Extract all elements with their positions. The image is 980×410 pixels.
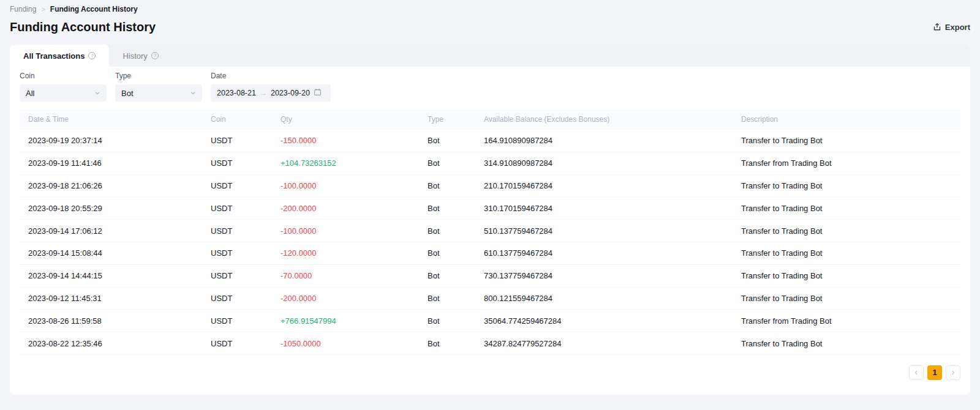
- cell-date-time: 2023-09-18 20:55:29: [28, 204, 211, 213]
- tab-bar: All Transactions History: [10, 45, 970, 67]
- cell-qty: -200.0000: [281, 294, 428, 303]
- type-select-value: Bot: [121, 89, 134, 98]
- pagination-next-button[interactable]: [946, 365, 960, 380]
- cell-date-time: 2023-09-19 20:37:14: [28, 136, 211, 145]
- breadcrumb-current: Funding Account History: [50, 5, 138, 13]
- cell-date-time: 2023-09-14 15:08:44: [28, 248, 211, 258]
- export-button[interactable]: Export: [933, 23, 970, 32]
- table-row[interactable]: 2023-09-18 20:55:29 USDT -200.0000 Bot 3…: [20, 197, 960, 220]
- table-row[interactable]: 2023-09-19 11:41:46 USDT +104.73263152 B…: [20, 152, 960, 175]
- coin-filter: Coin All: [20, 72, 107, 102]
- pagination-prev-button[interactable]: [909, 365, 924, 380]
- cell-available-balance: 34287.824779527284: [484, 339, 741, 348]
- table-row[interactable]: 2023-08-26 11:59:58 USDT +766.91547994 B…: [20, 310, 960, 332]
- cell-available-balance: 730.137759467284: [484, 271, 741, 280]
- col-header-coin: Coin: [211, 115, 281, 124]
- date-start-value: 2023-08-21: [217, 89, 256, 97]
- date-filter-label: Date: [211, 72, 331, 80]
- cell-description: Transfer to Trading Bot: [741, 248, 952, 258]
- cell-coin: USDT: [211, 316, 281, 326]
- table-row[interactable]: 2023-08-22 12:35:46 USDT -1050.0000 Bot …: [20, 332, 960, 355]
- transactions-table: Date & Time Coin Qty Type Available Bala…: [20, 109, 960, 355]
- cell-available-balance: 314.910890987284: [484, 158, 741, 168]
- cell-description: Transfer to Trading Bot: [741, 339, 952, 348]
- col-header-qty: Qty: [281, 115, 428, 124]
- arrow-right-icon: [260, 89, 267, 97]
- cell-type: Bot: [428, 158, 484, 168]
- cell-description: Transfer from Trading Bot: [741, 316, 952, 326]
- cell-type: Bot: [428, 316, 484, 326]
- cell-qty: -1050.0000: [281, 339, 428, 348]
- table-row[interactable]: 2023-09-14 14:44:15 USDT -70.0000 Bot 73…: [20, 265, 960, 288]
- cell-available-balance: 164.910890987284: [484, 136, 741, 145]
- cell-qty: -150.0000: [281, 136, 428, 145]
- cell-description: Transfer to Trading Bot: [741, 204, 952, 213]
- cell-type: Bot: [428, 248, 484, 258]
- date-range-picker[interactable]: 2023-08-21 2023-09-20: [211, 84, 331, 102]
- table-row[interactable]: 2023-09-18 21:06:26 USDT -100.0000 Bot 2…: [20, 175, 960, 198]
- cell-type: Bot: [428, 181, 484, 190]
- export-label: Export: [945, 23, 970, 32]
- cell-coin: USDT: [211, 204, 281, 213]
- table-body: 2023-09-19 20:37:14 USDT -150.0000 Bot 1…: [20, 130, 960, 355]
- cell-date-time: 2023-09-18 21:06:26: [28, 181, 211, 190]
- cell-date-time: 2023-08-22 12:35:46: [28, 339, 211, 348]
- table-header-row: Date & Time Coin Qty Type Available Bala…: [20, 109, 960, 130]
- cell-available-balance: 210.170159467284: [484, 181, 741, 190]
- pagination-current-page[interactable]: 1: [927, 365, 942, 380]
- cell-date-time: 2023-09-12 11:45:31: [28, 294, 211, 303]
- table-row[interactable]: 2023-09-14 15:08:44 USDT -120.0000 Bot 6…: [20, 242, 960, 265]
- cell-description: Transfer to Trading Bot: [741, 136, 952, 145]
- chevron-down-icon: [190, 89, 196, 98]
- cell-date-time: 2023-09-14 14:44:15: [28, 271, 211, 280]
- cell-qty: +104.73263152: [281, 158, 428, 168]
- tab-history[interactable]: History: [109, 45, 172, 67]
- cell-coin: USDT: [211, 136, 281, 145]
- chevron-down-icon: [94, 89, 100, 98]
- cell-coin: USDT: [211, 271, 281, 280]
- cell-qty: -120.0000: [281, 248, 428, 258]
- cell-date-time: 2023-09-14 17:06:12: [28, 226, 211, 236]
- page-header: Funding Account History Export: [10, 15, 970, 39]
- breadcrumb-funding-link[interactable]: Funding: [10, 5, 36, 13]
- coin-select-value: All: [26, 89, 34, 98]
- table-row[interactable]: 2023-09-14 17:06:12 USDT -100.0000 Bot 5…: [20, 220, 960, 242]
- coin-filter-label: Coin: [20, 72, 107, 80]
- table-row[interactable]: 2023-09-19 20:37:14 USDT -150.0000 Bot 1…: [20, 130, 960, 152]
- chevron-right-icon: [950, 367, 956, 378]
- breadcrumb: Funding > Funding Account History: [10, 0, 970, 13]
- cell-type: Bot: [428, 271, 484, 280]
- cell-coin: USDT: [211, 158, 281, 168]
- cell-description: Transfer to Trading Bot: [741, 226, 952, 236]
- cell-description: Transfer to Trading Bot: [741, 294, 952, 303]
- calendar-icon: [314, 88, 322, 98]
- cell-available-balance: 610.137759467284: [484, 248, 741, 258]
- cell-description: Transfer from Trading Bot: [741, 158, 952, 168]
- cell-date-time: 2023-09-19 11:41:46: [28, 158, 211, 168]
- date-filter: Date 2023-08-21 2023-09-20: [211, 72, 331, 102]
- tab-all-transactions[interactable]: All Transactions: [10, 45, 109, 67]
- cell-type: Bot: [428, 339, 484, 348]
- coin-select[interactable]: All: [20, 84, 107, 102]
- cell-description: Transfer to Trading Bot: [741, 271, 952, 280]
- info-icon[interactable]: [88, 52, 96, 59]
- cell-available-balance: 35064.774259467284: [484, 316, 741, 326]
- cell-coin: USDT: [211, 248, 281, 258]
- cell-available-balance: 800.121559467284: [484, 294, 741, 303]
- cell-available-balance: 510.137759467284: [484, 226, 741, 236]
- info-icon[interactable]: [151, 52, 159, 59]
- page-title: Funding Account History: [10, 20, 156, 34]
- content-card: All Transactions History Coin All: [10, 45, 970, 395]
- cell-qty: +766.91547994: [281, 316, 428, 326]
- table-row[interactable]: 2023-09-12 11:45:31 USDT -200.0000 Bot 8…: [20, 288, 960, 310]
- col-header-description: Description: [741, 115, 952, 124]
- cell-coin: USDT: [211, 226, 281, 236]
- type-filter: Type Bot: [115, 72, 202, 102]
- cell-coin: USDT: [211, 339, 281, 348]
- type-select[interactable]: Bot: [115, 84, 202, 102]
- cell-coin: USDT: [211, 294, 281, 303]
- funding-history-page: Funding > Funding Account History Fundin…: [0, 0, 980, 395]
- cell-type: Bot: [428, 294, 484, 303]
- cell-coin: USDT: [211, 181, 281, 190]
- cell-qty: -100.0000: [281, 226, 428, 236]
